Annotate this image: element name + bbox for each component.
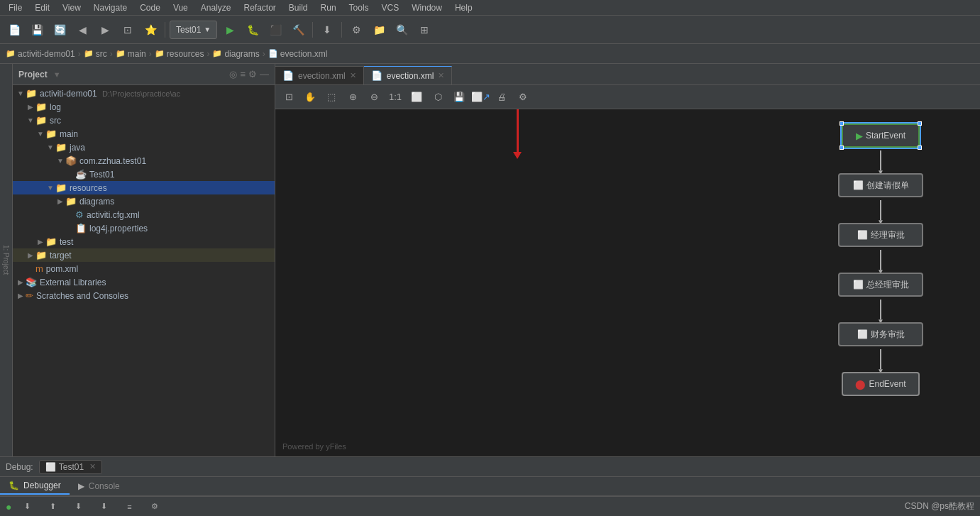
tab-close-btn-1[interactable]: ✕ — [350, 71, 356, 80]
diag-marquee-btn[interactable]: ⬚ — [322, 88, 341, 106]
node-gm-approve[interactable]: ⬜ 总经理审批 — [838, 273, 923, 297]
diag-fit-page-btn[interactable]: ⬜ — [407, 88, 426, 106]
breadcrumb-resources[interactable]: 📁 resources — [155, 49, 204, 59]
breadcrumb-file[interactable]: 📄 evection.xml — [268, 49, 328, 59]
expand-arrow-test[interactable]: ▶ — [35, 238, 45, 246]
side-panel-toggle[interactable]: 1: Project — [0, 64, 13, 456]
history-btn[interactable]: ⊡ — [118, 20, 138, 40]
menu-file[interactable]: File — [3, 1, 28, 14]
expand-arrow-scratches[interactable]: ▶ — [16, 292, 26, 300]
expand-arrow-src[interactable]: ▼ — [26, 116, 35, 124]
new-project-btn[interactable]: 📄 — [4, 20, 24, 40]
sync-btn[interactable]: 🔄 — [50, 20, 70, 40]
expand-arrow-diagrams[interactable]: ▶ — [55, 197, 65, 205]
search-btn[interactable]: 🔍 — [392, 20, 412, 40]
diag-snap-btn[interactable]: ⬡ — [429, 88, 447, 106]
tree-item-src[interactable]: ▼ 📁 src — [13, 114, 275, 127]
tree-item-test01[interactable]: ▶ ☕ Test01 — [13, 168, 275, 181]
panel-minimize-icon[interactable]: — — [260, 69, 269, 79]
expand-arrow-log[interactable]: ▶ — [26, 103, 35, 111]
menu-help[interactable]: Help — [449, 1, 478, 14]
debug-session-tab[interactable]: ⬜ Test01 ✕ — [39, 460, 102, 474]
node-create-leave[interactable]: ⬜ 创建请假单 — [838, 173, 923, 197]
diag-select-btn[interactable]: ⊡ — [280, 88, 298, 106]
console-clear-btn[interactable]: ⬇ — [68, 497, 88, 517]
tab-evection-1[interactable]: 📄 evection.xml ✕ — [275, 66, 364, 84]
breadcrumb-diagrams[interactable]: 📁 diagrams — [212, 49, 259, 59]
handle-tr[interactable] — [918, 121, 922, 126]
tab-close-btn-2[interactable]: ✕ — [438, 71, 444, 80]
menu-build[interactable]: Build — [283, 1, 314, 14]
menu-refactor[interactable]: Refactor — [238, 1, 282, 14]
node-start-event[interactable]: ▶ StartEvent — [842, 123, 920, 148]
project-structure-btn[interactable]: 📁 — [369, 20, 389, 40]
menu-analyze[interactable]: Analyze — [195, 1, 237, 14]
tree-item-pom[interactable]: ▶ m pom.xml — [13, 262, 275, 275]
tree-item-ext-libs[interactable]: ▶ 📚 External Libraries — [13, 275, 275, 289]
expand-arrow-main[interactable]: ▼ — [35, 130, 45, 138]
tree-item-java[interactable]: ▼ 📁 java — [13, 141, 275, 154]
tab-console[interactable]: ▶ Console — [70, 478, 128, 494]
breadcrumb-root[interactable]: 📁 activiti-demo01 — [6, 49, 75, 59]
open-btn[interactable]: 💾 — [27, 20, 47, 40]
node-finance-approve[interactable]: ⬜ 财务审批 — [838, 322, 923, 346]
tree-item-diagrams[interactable]: ▶ 📁 diagrams — [13, 194, 275, 208]
expand-arrow-ext-libs[interactable]: ▶ — [16, 278, 26, 286]
breadcrumb-src[interactable]: 📁 src — [84, 49, 107, 59]
diag-hand-btn[interactable]: ✋ — [301, 88, 319, 106]
download-btn[interactable]: ⬇ — [317, 20, 337, 40]
diag-settings-diag-btn[interactable]: ⚙ — [514, 88, 532, 106]
node-end-event[interactable]: ⬤ EndEvent — [842, 372, 920, 396]
panel-collapse-icon[interactable]: ≡ — [240, 69, 246, 79]
console-gear-btn[interactable]: ⚙ — [145, 497, 165, 517]
tab-evection-2[interactable]: 📄 evection.xml ✕ — [364, 66, 453, 84]
handle-tl[interactable] — [839, 121, 844, 126]
panel-locate-icon[interactable]: ◎ — [229, 69, 237, 79]
console-restart-btn[interactable]: ⬇ — [17, 497, 37, 517]
debug-session-close[interactable]: ✕ — [89, 462, 96, 471]
menu-vue[interactable]: Vue — [167, 1, 194, 14]
expand-arrow-resources[interactable]: ▼ — [45, 184, 55, 192]
debug-run-btn[interactable]: 🐛 — [243, 20, 263, 40]
menu-run[interactable]: Run — [315, 1, 342, 14]
bookmark-btn[interactable]: ⭐ — [141, 20, 160, 40]
run-btn[interactable]: ▶ — [220, 20, 240, 40]
forward-btn[interactable]: ▶ — [95, 20, 115, 40]
console-stop-btn[interactable]: ⬆ — [43, 497, 62, 517]
tree-item-package[interactable]: ▼ 📦 com.zzhua.test01 — [13, 154, 275, 168]
expand-arrow-java[interactable]: ▼ — [45, 143, 55, 151]
menu-edit[interactable]: Edit — [29, 1, 55, 14]
diag-zoom-out-btn[interactable]: ⊖ — [365, 88, 383, 106]
menu-window[interactable]: Window — [406, 1, 448, 14]
stop-btn[interactable]: ⬛ — [265, 20, 285, 40]
menu-code[interactable]: Code — [134, 1, 166, 14]
tree-item-scratches[interactable]: ▶ ✏ Scratches and Consoles — [13, 289, 275, 302]
panel-dropdown-icon[interactable]: ▼ — [53, 70, 61, 79]
diag-save-btn[interactable]: 💾 — [450, 88, 468, 106]
diag-zoom-in-btn[interactable]: ⊕ — [343, 88, 362, 106]
handle-br[interactable] — [918, 146, 922, 150]
menu-navigate[interactable]: Navigate — [88, 1, 133, 14]
node-manager-approve[interactable]: ⬜ 经理审批 — [838, 223, 923, 247]
tree-item-root[interactable]: ▼ 📁 activiti-demo01 D:\Projects\practice… — [13, 87, 275, 100]
tree-item-log[interactable]: ▶ 📁 log — [13, 100, 275, 114]
tree-item-test[interactable]: ▶ 📁 test — [13, 235, 275, 248]
diagram-canvas[interactable]: ▶ StartEvent ⬜ 创建请假单 ⬜ 经理审批 — [275, 109, 980, 456]
run-anything-btn[interactable]: ⊞ — [414, 20, 434, 40]
tree-item-resources[interactable]: ▼ 📁 resources — [13, 181, 275, 194]
back-btn[interactable]: ◀ — [72, 20, 92, 40]
menu-view[interactable]: View — [57, 1, 87, 14]
diag-fit-btn[interactable]: 1:1 — [386, 88, 404, 106]
expand-arrow-root[interactable]: ▼ — [16, 89, 26, 97]
console-scroll-lock-btn[interactable]: ⬇ — [94, 497, 114, 517]
expand-arrow-package[interactable]: ▼ — [55, 157, 65, 165]
tree-item-main[interactable]: ▼ 📁 main — [13, 127, 275, 141]
tree-item-cfg[interactable]: ▶ ⚙ activiti.cfg.xml — [13, 208, 275, 221]
build-btn[interactable]: 🔨 — [288, 20, 308, 40]
diag-print-btn[interactable]: 🖨 — [492, 88, 511, 106]
tab-debugger[interactable]: 🐛 Debugger — [0, 478, 70, 495]
tree-item-log4j[interactable]: ▶ 📋 log4j.properties — [13, 221, 275, 235]
run-config-dropdown[interactable]: Test01 ▼ — [170, 21, 217, 39]
panel-settings-icon[interactable]: ⚙ — [248, 69, 257, 79]
tree-item-target[interactable]: ▶ 📁 target — [13, 248, 275, 262]
